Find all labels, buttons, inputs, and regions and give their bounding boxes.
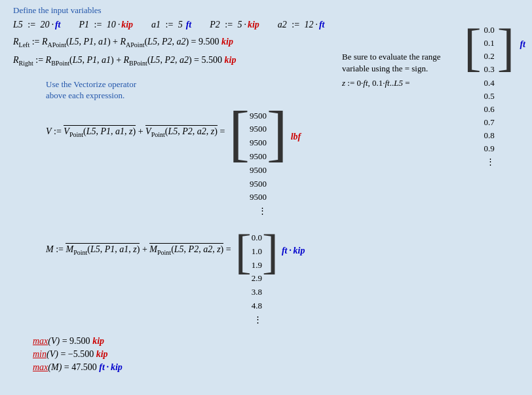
right-bracket: ] [497, 21, 515, 73]
max-M-row: max (M) = 47.500 ft · kip [33, 362, 519, 373]
shear-equation-lhs: V := VPoint(L5, P1, a1, z) + VPoint(L5, … [46, 125, 225, 138]
notice-box: Be sure to evaluate the range variable u… [342, 51, 473, 90]
notice-line1: Be sure to evaluate the range [342, 51, 473, 63]
maxmin-section: max (V) = 9.500 kip min (V) = −5.500 kip… [33, 336, 519, 373]
var-a2: a2 := 12 · ft [278, 20, 325, 30]
moment-left-bracket: [ [235, 229, 252, 274]
var-P1: P1 := 10 · kip [79, 20, 133, 30]
left-bracket: [ [464, 21, 482, 73]
moment-unit: ft · kip [282, 246, 305, 256]
notice-line2: variable using the = sign. [342, 63, 473, 75]
var-a1: a1 := 5 ft [151, 20, 191, 30]
shear-values: 9500 9500 9500 9500 9500 9500 9500 ⋮ [250, 105, 267, 222]
reaction-left-eq: RLeft := RAPoint(L5, P1, a1) + RAPoint(L… [13, 37, 519, 48]
shear-left-bracket: [ [229, 105, 250, 162]
var-P2: P2 := 5 · kip [210, 20, 259, 30]
right-matrix-values: 0.0 0.1 0.2 0.3 0.4 0.5 0.6 0.7 0.8 0.9 … [484, 20, 495, 173]
right-matrix-unit: ft [520, 39, 525, 50]
shear-right-bracket: ] [267, 105, 288, 162]
shear-unit: lbf [291, 132, 301, 142]
moment-equation-lhs: M := MPoint(L5, P1, a1, z) + MPoint(L5, … [46, 243, 231, 256]
moment-right-bracket: ] [262, 229, 278, 274]
moment-values: 0.0 1.0 1.9 2.9 3.8 4.8 ⋮ [252, 229, 262, 329]
right-matrix-panel: [ 0.0 0.1 0.2 0.3 0.4 0.5 0.6 0.7 0.8 0.… [464, 20, 525, 173]
page-title: Define the input variables [13, 5, 519, 16]
moment-result-matrix: [ 0.0 1.0 1.9 2.9 3.8 4.8 ⋮ ] ft · kip [235, 229, 305, 329]
shear-result-matrix: [ 9500 9500 9500 9500 9500 9500 9500 ⋮ ]… [229, 105, 301, 222]
range-equation: z := 0·ft, 0.1·ft..L5 = [342, 77, 473, 89]
min-V-row: min (V) = −5.500 kip [33, 349, 519, 360]
variables-row: L5 := 20 · ft P1 := 10 · kip a1 := 5 ft … [13, 20, 519, 30]
var-L5: L5 := 20 · ft [13, 20, 60, 30]
max-V-row: max (V) = 9.500 kip [33, 336, 519, 347]
